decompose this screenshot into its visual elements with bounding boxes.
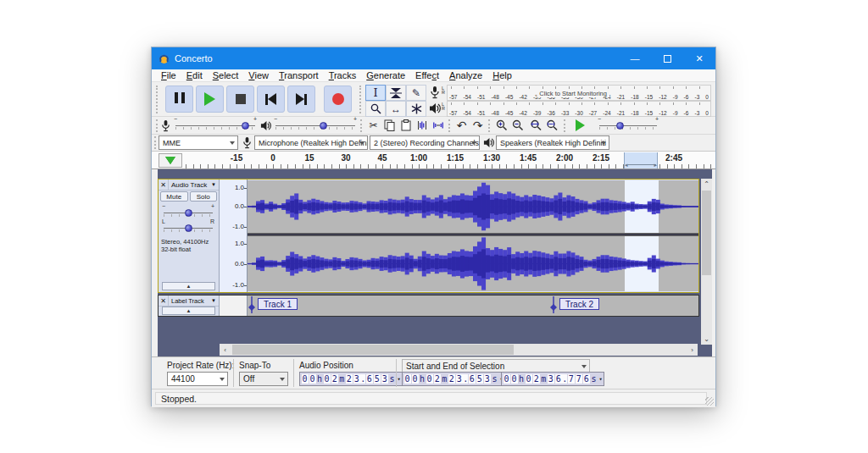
recording-meter[interactable]: -57-54-51-48-45-42-39-36-33-30-27-24-21-… xyxy=(447,85,711,101)
toolbar-grip[interactable] xyxy=(488,119,491,132)
scroll-down-arrow-icon[interactable]: ⌄ xyxy=(701,334,712,345)
toolbar-row-2: −+ −+ ✂ ↶ ↷ xyxy=(152,117,715,135)
selection-end-field[interactable]: 00h02m36.776s▾ xyxy=(501,372,604,386)
pause-button[interactable] xyxy=(165,86,193,113)
toolbar-grip[interactable] xyxy=(359,86,362,113)
stop-button[interactable] xyxy=(226,86,254,113)
slider-knob[interactable] xyxy=(185,209,192,217)
menu-effect[interactable]: Effect xyxy=(410,70,444,80)
toolbar-grip[interactable] xyxy=(448,119,451,132)
menu-help[interactable]: Help xyxy=(487,70,517,80)
scroll-left-arrow-icon[interactable]: ‹ xyxy=(220,344,231,356)
vertical-scrollbar[interactable]: ⌃ ⌄ xyxy=(701,179,712,345)
close-track-button[interactable]: ✕ xyxy=(159,296,169,306)
zoom-tool-button[interactable] xyxy=(365,101,386,117)
toolbar-grip[interactable] xyxy=(360,119,363,132)
label-text-box[interactable]: Track 2 xyxy=(559,298,599,310)
playback-meter[interactable]: -57-54-51-48-45-42-39-36-33-30-27-24-21-… xyxy=(447,101,711,117)
trim-audio-button[interactable] xyxy=(414,118,430,133)
undo-button[interactable]: ↶ xyxy=(453,118,470,133)
toolbar-grip[interactable] xyxy=(156,119,159,132)
title-bar[interactable]: Concerto — ✕ xyxy=(152,47,715,69)
slider-knob[interactable] xyxy=(320,122,327,130)
slider-knob[interactable] xyxy=(185,224,192,232)
close-track-button[interactable]: ✕ xyxy=(159,180,169,190)
multi-tool-button[interactable] xyxy=(406,101,426,117)
resize-grip[interactable] xyxy=(705,397,714,406)
collapse-track-button[interactable]: ▲ xyxy=(162,282,215,290)
input-device-select[interactable]: Microphone (Realtek High Defini xyxy=(254,135,368,150)
label-track[interactable]: ✕ Label Track▼ ▲ Track 1Track 2 xyxy=(158,295,699,317)
draw-tool-button[interactable]: ✎ xyxy=(406,85,426,101)
selection-tool-button[interactable]: I xyxy=(365,85,386,101)
scroll-up-arrow-icon[interactable]: ⌃ xyxy=(701,179,712,190)
record-button[interactable] xyxy=(324,86,352,113)
label-track-menu[interactable]: Label Track▼ xyxy=(169,297,219,305)
menu-file[interactable]: File xyxy=(156,70,181,80)
zoom-out-button[interactable] xyxy=(509,118,526,133)
label-marker-icon[interactable] xyxy=(549,296,558,315)
menu-edit[interactable]: Edit xyxy=(181,70,208,80)
skip-to-start-button[interactable] xyxy=(257,86,285,113)
timeline-options-button[interactable] xyxy=(159,153,182,168)
copy-button[interactable] xyxy=(381,118,398,133)
solo-button[interactable]: Solo xyxy=(190,191,218,202)
toolbar-grip[interactable] xyxy=(156,86,159,113)
vertical-scale-ruler[interactable]: 1.00.0-1.01.00.0-1.0 xyxy=(220,180,248,292)
project-rate-select[interactable]: 44100 xyxy=(167,372,228,386)
minimize-button[interactable]: — xyxy=(619,47,651,69)
output-device-select[interactable]: Speakers (Realtek High Definiti xyxy=(496,135,609,150)
collapse-track-button[interactable]: ▲ xyxy=(162,307,215,315)
record-channels-select[interactable]: 2 (Stereo) Recording Channels xyxy=(370,135,480,150)
paste-button[interactable] xyxy=(398,118,414,133)
horizontal-scrollbar[interactable]: ‹ › xyxy=(220,344,698,356)
menu-transport[interactable]: Transport xyxy=(274,70,324,80)
label-text-box[interactable]: Track 1 xyxy=(258,298,298,310)
fit-selection-button[interactable] xyxy=(528,118,544,133)
menu-select[interactable]: Select xyxy=(208,70,244,80)
zoom-in-button[interactable] xyxy=(493,118,509,133)
menu-view[interactable]: View xyxy=(243,70,274,80)
waveform-left-channel[interactable] xyxy=(248,180,698,233)
label-track-content[interactable]: Track 1Track 2 xyxy=(248,296,698,316)
pan-slider[interactable]: LR xyxy=(164,223,213,233)
timeshift-tool-button[interactable]: ↔ xyxy=(386,101,406,117)
vertical-scrollbar-thumb[interactable] xyxy=(702,191,711,275)
menu-tracks[interactable]: Tracks xyxy=(324,70,362,80)
label-marker-icon[interactable] xyxy=(248,296,256,315)
slider-knob[interactable] xyxy=(242,122,249,130)
redo-button[interactable]: ↷ xyxy=(470,118,486,133)
toolbar-grip[interactable] xyxy=(564,119,566,132)
play-button[interactable] xyxy=(196,86,224,113)
scroll-right-arrow-icon[interactable]: › xyxy=(687,344,698,356)
menu-analyze[interactable]: Analyze xyxy=(444,70,487,80)
selection-start-field[interactable]: 00h02m23.653s▾ xyxy=(402,372,505,386)
slider-knob[interactable] xyxy=(616,122,624,130)
toolbar-grip[interactable] xyxy=(154,136,157,149)
audio-position-field[interactable]: 00h02m23.653s▾ xyxy=(299,372,403,386)
menu-generate[interactable]: Generate xyxy=(361,70,410,80)
silence-audio-button[interactable] xyxy=(430,118,446,133)
recording-volume-slider[interactable]: −+ xyxy=(175,120,255,130)
audio-track-menu[interactable]: Audio Track▼ xyxy=(169,181,219,189)
horizontal-scrollbar-thumb[interactable] xyxy=(232,345,514,355)
timeline-ruler[interactable]: -1501530451:001:151:301:452:002:152:302:… xyxy=(152,152,715,169)
envelope-tool-button[interactable] xyxy=(386,85,406,101)
timeline-selection[interactable]: ◂ ▸ xyxy=(624,152,658,168)
audio-host-select[interactable]: MME xyxy=(159,135,238,150)
fit-project-button[interactable] xyxy=(544,118,560,133)
maximize-button[interactable] xyxy=(651,47,683,69)
monitoring-hint[interactable]: Click to Start Monitoring xyxy=(537,90,609,97)
close-button[interactable]: ✕ xyxy=(683,47,715,69)
playback-volume-slider[interactable]: −+ xyxy=(275,120,355,130)
waveform-right-channel[interactable] xyxy=(248,236,698,291)
cut-button[interactable]: ✂ xyxy=(365,118,381,133)
skip-to-end-button[interactable] xyxy=(287,86,315,113)
audio-track[interactable]: ✕ Audio Track▼ Mute Solo −+ LR xyxy=(158,179,699,293)
snap-to-select[interactable]: Off xyxy=(239,372,288,386)
play-speed-slider[interactable]: −+ xyxy=(599,120,657,130)
mute-button[interactable]: Mute xyxy=(160,191,188,202)
gain-slider[interactable]: −+ xyxy=(164,207,213,218)
play-at-speed-button[interactable] xyxy=(569,119,591,132)
meter-ticks xyxy=(451,86,707,89)
